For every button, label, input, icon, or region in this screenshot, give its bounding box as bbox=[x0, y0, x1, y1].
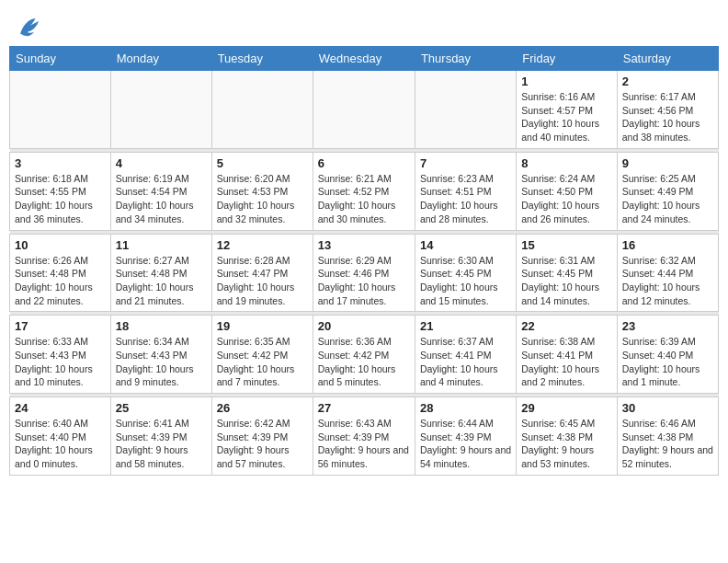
calendar-cell: 14Sunrise: 6:30 AM Sunset: 4:45 PM Dayli… bbox=[415, 234, 516, 312]
day-number: 13 bbox=[318, 238, 410, 252]
day-number: 12 bbox=[217, 238, 308, 252]
day-info: Sunrise: 6:29 AM Sunset: 4:46 PM Dayligh… bbox=[318, 254, 410, 308]
calendar-cell: 11Sunrise: 6:27 AM Sunset: 4:48 PM Dayli… bbox=[110, 234, 211, 312]
calendar-cell: 9Sunrise: 6:25 AM Sunset: 4:49 PM Daylig… bbox=[617, 152, 718, 230]
day-header-friday: Friday bbox=[517, 47, 617, 71]
calendar: SundayMondayTuesdayWednesdayThursdayFrid… bbox=[9, 46, 719, 476]
day-info: Sunrise: 6:27 AM Sunset: 4:48 PM Dayligh… bbox=[116, 254, 207, 308]
day-number: 8 bbox=[521, 156, 611, 170]
day-info: Sunrise: 6:16 AM Sunset: 4:57 PM Dayligh… bbox=[521, 90, 611, 144]
day-info: Sunrise: 6:18 AM Sunset: 4:55 PM Dayligh… bbox=[15, 172, 106, 226]
day-number: 10 bbox=[15, 238, 106, 252]
calendar-cell: 20Sunrise: 6:36 AM Sunset: 4:42 PM Dayli… bbox=[313, 316, 415, 394]
day-number: 30 bbox=[622, 401, 713, 415]
day-header-monday: Monday bbox=[110, 47, 211, 71]
calendar-cell: 24Sunrise: 6:40 AM Sunset: 4:40 PM Dayli… bbox=[10, 397, 111, 476]
day-number: 6 bbox=[318, 156, 410, 170]
day-number: 2 bbox=[622, 75, 713, 88]
calendar-cell: 22Sunrise: 6:38 AM Sunset: 4:41 PM Dayli… bbox=[517, 316, 617, 394]
calendar-cell: 4Sunrise: 6:19 AM Sunset: 4:54 PM Daylig… bbox=[110, 152, 211, 230]
calendar-cell: 8Sunrise: 6:24 AM Sunset: 4:50 PM Daylig… bbox=[517, 152, 617, 230]
day-number: 7 bbox=[420, 156, 511, 170]
day-number: 21 bbox=[420, 319, 511, 333]
day-number: 5 bbox=[217, 156, 308, 170]
day-info: Sunrise: 6:44 AM Sunset: 4:39 PM Dayligh… bbox=[420, 417, 511, 471]
day-header-wednesday: Wednesday bbox=[313, 47, 415, 71]
day-number: 18 bbox=[116, 319, 207, 333]
day-number: 3 bbox=[15, 156, 106, 170]
day-info: Sunrise: 6:24 AM Sunset: 4:50 PM Dayligh… bbox=[521, 172, 611, 226]
day-info: Sunrise: 6:33 AM Sunset: 4:43 PM Dayligh… bbox=[15, 335, 106, 389]
day-number: 14 bbox=[420, 238, 511, 252]
day-info: Sunrise: 6:19 AM Sunset: 4:54 PM Dayligh… bbox=[116, 172, 207, 226]
day-info: Sunrise: 6:23 AM Sunset: 4:51 PM Dayligh… bbox=[420, 172, 511, 226]
calendar-cell: 10Sunrise: 6:26 AM Sunset: 4:48 PM Dayli… bbox=[10, 234, 111, 312]
day-info: Sunrise: 6:25 AM Sunset: 4:49 PM Dayligh… bbox=[622, 172, 713, 226]
day-info: Sunrise: 6:36 AM Sunset: 4:42 PM Dayligh… bbox=[318, 335, 410, 389]
day-info: Sunrise: 6:26 AM Sunset: 4:48 PM Dayligh… bbox=[15, 254, 106, 308]
calendar-cell bbox=[415, 71, 516, 149]
day-info: Sunrise: 6:40 AM Sunset: 4:40 PM Dayligh… bbox=[15, 417, 106, 471]
calendar-week-row: 17Sunrise: 6:33 AM Sunset: 4:43 PM Dayli… bbox=[10, 316, 719, 394]
calendar-header-row: SundayMondayTuesdayWednesdayThursdayFrid… bbox=[10, 47, 719, 71]
calendar-week-row: 24Sunrise: 6:40 AM Sunset: 4:40 PM Dayli… bbox=[10, 397, 719, 476]
calendar-cell: 16Sunrise: 6:32 AM Sunset: 4:44 PM Dayli… bbox=[617, 234, 718, 312]
calendar-week-row: 3Sunrise: 6:18 AM Sunset: 4:55 PM Daylig… bbox=[10, 152, 719, 230]
day-info: Sunrise: 6:34 AM Sunset: 4:43 PM Dayligh… bbox=[116, 335, 207, 389]
calendar-cell: 12Sunrise: 6:28 AM Sunset: 4:47 PM Dayli… bbox=[211, 234, 313, 312]
day-number: 28 bbox=[420, 401, 511, 415]
calendar-cell: 2Sunrise: 6:17 AM Sunset: 4:56 PM Daylig… bbox=[617, 71, 718, 149]
day-info: Sunrise: 6:17 AM Sunset: 4:56 PM Dayligh… bbox=[622, 90, 713, 144]
day-number: 4 bbox=[116, 156, 207, 170]
calendar-cell: 6Sunrise: 6:21 AM Sunset: 4:52 PM Daylig… bbox=[313, 152, 415, 230]
day-number: 29 bbox=[521, 401, 611, 415]
day-number: 20 bbox=[318, 319, 410, 333]
calendar-cell: 30Sunrise: 6:46 AM Sunset: 4:38 PM Dayli… bbox=[617, 397, 718, 476]
day-number: 1 bbox=[521, 75, 611, 88]
calendar-cell: 25Sunrise: 6:41 AM Sunset: 4:39 PM Dayli… bbox=[110, 397, 211, 476]
day-number: 19 bbox=[217, 319, 308, 333]
calendar-cell: 28Sunrise: 6:44 AM Sunset: 4:39 PM Dayli… bbox=[415, 397, 516, 476]
day-info: Sunrise: 6:28 AM Sunset: 4:47 PM Dayligh… bbox=[217, 254, 308, 308]
day-number: 11 bbox=[116, 238, 207, 252]
day-info: Sunrise: 6:42 AM Sunset: 4:39 PM Dayligh… bbox=[217, 417, 308, 471]
day-info: Sunrise: 6:30 AM Sunset: 4:45 PM Dayligh… bbox=[420, 254, 511, 308]
calendar-cell: 29Sunrise: 6:45 AM Sunset: 4:38 PM Dayli… bbox=[517, 397, 617, 476]
calendar-cell bbox=[211, 71, 313, 149]
calendar-cell: 1Sunrise: 6:16 AM Sunset: 4:57 PM Daylig… bbox=[517, 71, 617, 149]
calendar-cell: 13Sunrise: 6:29 AM Sunset: 4:46 PM Dayli… bbox=[313, 234, 415, 312]
calendar-cell: 21Sunrise: 6:37 AM Sunset: 4:41 PM Dayli… bbox=[415, 316, 516, 394]
calendar-cell: 19Sunrise: 6:35 AM Sunset: 4:42 PM Dayli… bbox=[211, 316, 313, 394]
day-number: 16 bbox=[622, 238, 713, 252]
calendar-cell: 3Sunrise: 6:18 AM Sunset: 4:55 PM Daylig… bbox=[10, 152, 111, 230]
day-number: 15 bbox=[521, 238, 611, 252]
day-number: 17 bbox=[15, 319, 106, 333]
day-info: Sunrise: 6:39 AM Sunset: 4:40 PM Dayligh… bbox=[622, 335, 713, 389]
calendar-cell: 17Sunrise: 6:33 AM Sunset: 4:43 PM Dayli… bbox=[10, 316, 111, 394]
day-number: 22 bbox=[521, 319, 611, 333]
day-info: Sunrise: 6:37 AM Sunset: 4:41 PM Dayligh… bbox=[420, 335, 511, 389]
day-info: Sunrise: 6:46 AM Sunset: 4:38 PM Dayligh… bbox=[622, 417, 713, 471]
calendar-cell: 15Sunrise: 6:31 AM Sunset: 4:45 PM Dayli… bbox=[517, 234, 617, 312]
day-number: 27 bbox=[318, 401, 410, 415]
day-number: 23 bbox=[622, 319, 713, 333]
day-info: Sunrise: 6:45 AM Sunset: 4:38 PM Dayligh… bbox=[521, 417, 611, 471]
day-info: Sunrise: 6:31 AM Sunset: 4:45 PM Dayligh… bbox=[521, 254, 611, 308]
header bbox=[9, 9, 719, 40]
calendar-cell bbox=[10, 71, 111, 149]
calendar-cell: 5Sunrise: 6:20 AM Sunset: 4:53 PM Daylig… bbox=[211, 152, 313, 230]
calendar-cell bbox=[110, 71, 211, 149]
day-info: Sunrise: 6:21 AM Sunset: 4:52 PM Dayligh… bbox=[318, 172, 410, 226]
logo-bird-icon bbox=[15, 13, 42, 40]
day-number: 24 bbox=[15, 401, 106, 415]
day-info: Sunrise: 6:20 AM Sunset: 4:53 PM Dayligh… bbox=[217, 172, 308, 226]
day-info: Sunrise: 6:35 AM Sunset: 4:42 PM Dayligh… bbox=[217, 335, 308, 389]
day-info: Sunrise: 6:38 AM Sunset: 4:41 PM Dayligh… bbox=[521, 335, 611, 389]
day-number: 26 bbox=[217, 401, 308, 415]
day-header-tuesday: Tuesday bbox=[211, 47, 313, 71]
day-number: 25 bbox=[116, 401, 207, 415]
day-info: Sunrise: 6:41 AM Sunset: 4:39 PM Dayligh… bbox=[116, 417, 207, 471]
calendar-cell: 18Sunrise: 6:34 AM Sunset: 4:43 PM Dayli… bbox=[110, 316, 211, 394]
calendar-cell: 26Sunrise: 6:42 AM Sunset: 4:39 PM Dayli… bbox=[211, 397, 313, 476]
day-header-saturday: Saturday bbox=[617, 47, 718, 71]
